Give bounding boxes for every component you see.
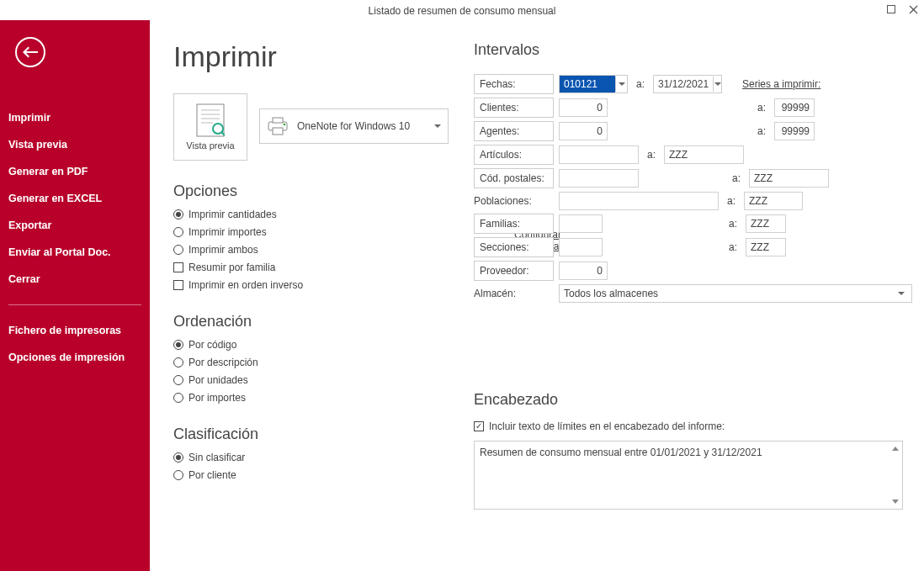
intervalos-title: Intervalos — [474, 41, 924, 59]
titlebar: Listado de resumen de consumo mensual — [0, 0, 924, 22]
clasificacion-title: Clasificación — [173, 426, 459, 443]
preview-label: Vista previa — [186, 140, 234, 151]
sidebar-item-opciones-impresion[interactable]: Opciones de impresión — [0, 344, 150, 371]
sidebar-item-vista-previa[interactable]: Vista previa — [0, 131, 150, 158]
fechas-label: Fechas: — [474, 74, 554, 94]
clientes-label: Clientes: — [474, 98, 554, 118]
radio-icon — [173, 340, 183, 350]
radio-icon — [173, 393, 183, 403]
radio-icon — [173, 357, 183, 367]
radio-icon — [173, 452, 183, 463]
a-label: a: — [754, 102, 769, 114]
sidebar-item-imprimir[interactable]: Imprimir — [0, 104, 150, 131]
a-label: a: — [725, 218, 741, 230]
sidebar-item-generar-excel[interactable]: Generar en EXCEL — [0, 185, 150, 212]
secciones-from-input[interactable] — [559, 238, 603, 256]
articulos-to-input[interactable] — [664, 145, 744, 164]
ordenacion-title: Ordenación — [173, 313, 459, 330]
maximize-button[interactable] — [884, 2, 899, 17]
secciones-to-input[interactable] — [746, 238, 786, 256]
encabezado-check[interactable]: Incluir texto de límites en el encabezad… — [474, 420, 924, 432]
familias-to-input[interactable] — [746, 214, 786, 233]
sidebar-item-enviar-portal[interactable]: Enviar al Portal Doc. — [0, 239, 150, 266]
clientes-from-input[interactable] — [559, 98, 608, 117]
window-title: Listado de resumen de consumo mensual — [369, 5, 556, 17]
checkbox-icon — [173, 262, 183, 272]
a-label: a: — [633, 78, 648, 90]
orden-por-unidades[interactable]: Por unidades — [173, 374, 459, 386]
a-label: a: — [725, 241, 741, 253]
chevron-down-icon — [615, 77, 627, 92]
chevron-down-icon — [434, 124, 441, 128]
opciones-title: Opciones — [173, 182, 459, 200]
encabezado-title: Encabezado — [474, 391, 924, 409]
scroll-up-button[interactable] — [889, 442, 901, 455]
proveedor-input[interactable] — [559, 262, 608, 280]
close-button[interactable] — [905, 2, 921, 17]
orden-por-importes[interactable]: Por importes — [173, 392, 459, 404]
fechas-to-input[interactable]: 31/12/2021 — [653, 75, 722, 93]
checkbox-icon — [173, 280, 183, 290]
orden-por-descripcion[interactable]: Por descripción — [173, 357, 459, 368]
agentes-label: Agentes: — [474, 121, 554, 141]
sidebar-item-fichero-impresoras[interactable]: Fichero de impresoras — [0, 317, 150, 344]
svg-rect-12 — [273, 128, 283, 135]
sidebar-item-exportar[interactable]: Exportar — [0, 212, 150, 239]
printer-icon — [267, 117, 289, 135]
codpostales-label: Cód. postales: — [474, 168, 554, 188]
agentes-from-input[interactable] — [559, 122, 608, 140]
opcion-imprimir-importes[interactable]: Imprimir importes — [173, 226, 459, 238]
articulos-from-input[interactable] — [559, 145, 639, 164]
almacen-label: Almacén: — [474, 288, 554, 299]
a-label: a: — [724, 195, 739, 207]
clasif-por-cliente[interactable]: Por cliente — [173, 469, 459, 481]
chevron-down-icon — [713, 77, 721, 92]
sidebar: Imprimir Vista previa Generar en PDF Gen… — [0, 20, 150, 571]
chevron-down-icon — [895, 292, 907, 295]
sidebar-divider — [8, 304, 141, 305]
svg-rect-11 — [273, 118, 283, 123]
opcion-resumir-familia[interactable]: Resumir por familia — [173, 262, 459, 273]
radio-icon — [173, 227, 183, 237]
printer-name: OneNote for Windows 10 — [297, 120, 426, 132]
checkbox-icon — [474, 421, 484, 431]
familias-from-input[interactable] — [559, 214, 603, 233]
back-button[interactable] — [15, 37, 45, 67]
opcion-orden-inverso[interactable]: Imprimir en orden inverso — [173, 279, 459, 291]
svg-rect-0 — [888, 6, 895, 13]
document-preview-icon — [196, 103, 225, 137]
poblaciones-label: Poblaciones: — [474, 192, 554, 210]
sidebar-item-cerrar[interactable]: Cerrar — [0, 266, 150, 293]
proveedor-label: Proveedor: — [474, 261, 554, 281]
a-label: a: — [729, 172, 744, 184]
poblaciones-to-input[interactable] — [744, 192, 803, 210]
radio-icon — [173, 375, 183, 385]
opcion-imprimir-ambos[interactable]: Imprimir ambos — [173, 244, 459, 256]
series-imprimir-link[interactable]: Series a imprimir: — [742, 78, 820, 90]
codpostales-from-input[interactable] — [559, 169, 639, 188]
codpostales-to-input[interactable] — [749, 169, 829, 188]
agentes-to-input[interactable] — [774, 122, 815, 140]
a-label: a: — [644, 149, 659, 161]
poblaciones-from-input[interactable] — [559, 192, 719, 210]
a-label: a: — [754, 125, 769, 137]
svg-rect-3 — [197, 104, 224, 136]
scroll-down-button[interactable] — [889, 495, 901, 508]
articulos-label: Artículos: — [474, 145, 554, 165]
almacen-select[interactable]: Todos los almacenes — [559, 284, 912, 303]
radio-icon — [173, 209, 183, 219]
secciones-label: Secciones: — [474, 237, 554, 257]
clasif-sin-clasificar[interactable]: Sin clasificar — [173, 452, 459, 463]
printer-select[interactable]: OneNote for Windows 10 — [259, 108, 449, 144]
radio-icon — [173, 470, 183, 480]
opcion-imprimir-cantidades[interactable]: Imprimir cantidades — [173, 209, 459, 220]
clientes-to-input[interactable] — [774, 98, 815, 117]
radio-icon — [173, 245, 183, 255]
vista-previa-button[interactable]: Vista previa — [173, 93, 247, 161]
familias-label: Familias: — [474, 214, 554, 234]
svg-point-13 — [284, 124, 286, 126]
sidebar-item-generar-pdf[interactable]: Generar en PDF — [0, 158, 150, 185]
orden-por-codigo[interactable]: Por código — [173, 339, 459, 351]
fechas-from-input[interactable]: 010121 — [559, 75, 628, 93]
encabezado-textarea[interactable]: Resumen de consumo mensual entre 01/01/2… — [474, 441, 903, 510]
